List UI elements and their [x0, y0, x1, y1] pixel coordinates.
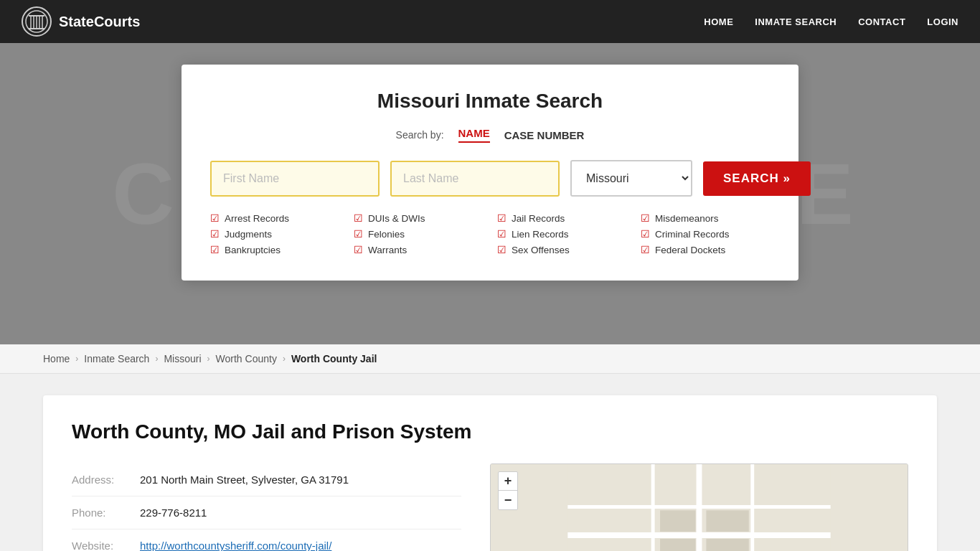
- nav-contact[interactable]: CONTACT: [858, 17, 905, 27]
- site-header: StateCourts HOME INMATE SEARCH CONTACT L…: [0, 0, 980, 43]
- svg-rect-17: [706, 510, 748, 532]
- info-grid: Address: 201 North Main Street, Sylveste…: [72, 463, 908, 551]
- check-label: Felonies: [368, 229, 405, 240]
- state-select[interactable]: Missouri Alabama Alaska Arizona Arkansas…: [570, 160, 692, 197]
- checkmark-icon: ☑: [354, 212, 363, 224]
- check-label: Bankruptcies: [225, 245, 281, 255]
- check-label: DUIs & DWIs: [368, 213, 425, 224]
- search-button[interactable]: SEARCH »: [703, 161, 811, 196]
- website-label: Website:: [72, 540, 129, 551]
- search-card-title: Missouri Inmate Search: [210, 90, 770, 113]
- check-item: ☑Lien Records: [497, 228, 626, 240]
- nav-login[interactable]: LOGIN: [927, 17, 958, 27]
- map-zoom-controls: + −: [498, 471, 518, 510]
- checkmark-icon: ☑: [641, 228, 650, 240]
- check-item: ☑Arrest Records: [210, 212, 339, 224]
- phone-label: Phone:: [72, 507, 129, 519]
- search-by-row: Search by: NAME CASE NUMBER: [210, 127, 770, 143]
- last-name-input[interactable]: [390, 161, 560, 197]
- logo-text: StateCourts: [59, 14, 140, 30]
- info-left: Address: 201 North Main Street, Sylveste…: [72, 463, 490, 551]
- svg-rect-18: [660, 539, 696, 551]
- checkmark-icon: ☑: [210, 244, 220, 255]
- breadcrumb: Home›Inmate Search›Missouri›Worth County…: [0, 344, 980, 374]
- main-nav: HOME INMATE SEARCH CONTACT LOGIN: [704, 17, 958, 27]
- breadcrumb-item-1[interactable]: Inmate Search: [84, 353, 149, 364]
- checkmark-icon: ☑: [497, 212, 507, 224]
- checkmark-icon: ☑: [641, 212, 650, 224]
- search-by-label: Search by:: [396, 129, 444, 141]
- breadcrumb-separator: ›: [155, 354, 158, 364]
- svg-rect-16: [660, 510, 696, 532]
- map-area: + − Sylvester: [490, 463, 908, 551]
- check-label: Sex Offenses: [512, 245, 570, 255]
- check-label: Misdemeanors: [655, 213, 719, 224]
- map-placeholder: + − Sylvester: [491, 464, 908, 551]
- check-item: ☑Federal Dockets: [641, 244, 770, 255]
- site-logo[interactable]: StateCourts: [22, 6, 140, 37]
- breadcrumb-item-3[interactable]: Worth County: [216, 353, 277, 364]
- map-zoom-in[interactable]: +: [499, 472, 517, 491]
- checkmark-icon: ☑: [354, 228, 363, 240]
- breadcrumb-separator: ›: [207, 354, 210, 364]
- phone-value: 229-776-8211: [140, 507, 207, 519]
- tab-name[interactable]: NAME: [458, 127, 490, 143]
- breadcrumb-current: Worth County Jail: [291, 353, 377, 364]
- jail-title: Worth County, MO Jail and Prison System: [72, 420, 908, 443]
- check-item: ☑Felonies: [354, 228, 483, 240]
- hero-section: COURTHOUSE Missouri Inmate Search Search…: [0, 43, 980, 344]
- check-item: ☑DUIs & DWIs: [354, 212, 483, 224]
- checkmark-icon: ☑: [210, 212, 220, 224]
- check-label: Criminal Records: [655, 229, 730, 240]
- website-link[interactable]: http://worthcountysheriff.com/county-jai…: [140, 540, 331, 551]
- address-label: Address:: [72, 474, 129, 486]
- check-label: Arrest Records: [225, 213, 289, 224]
- breadcrumb-item-0[interactable]: Home: [43, 353, 70, 364]
- address-row: Address: 201 North Main Street, Sylveste…: [72, 463, 461, 496]
- check-label: Federal Dockets: [655, 245, 725, 255]
- checkmark-icon: ☑: [497, 228, 507, 240]
- address-value: 201 North Main Street, Sylvester, GA 317…: [140, 474, 349, 486]
- check-label: Lien Records: [512, 229, 569, 240]
- check-item: ☑Jail Records: [497, 212, 626, 224]
- content-card: Worth County, MO Jail and Prison System …: [43, 395, 937, 551]
- map-svg: [491, 464, 908, 551]
- check-item: ☑Criminal Records: [641, 228, 770, 240]
- checkmark-icon: ☑: [641, 244, 650, 255]
- search-inputs-row: Missouri Alabama Alaska Arizona Arkansas…: [210, 160, 770, 197]
- breadcrumb-item-2[interactable]: Missouri: [164, 353, 201, 364]
- phone-row: Phone: 229-776-8211: [72, 496, 461, 529]
- check-item: ☑Misdemeanors: [641, 212, 770, 224]
- breadcrumb-separator: ›: [283, 354, 286, 364]
- map-zoom-out[interactable]: −: [499, 491, 517, 509]
- logo-icon: [22, 6, 52, 37]
- breadcrumb-separator: ›: [75, 354, 78, 364]
- website-row: Website: http://worthcountysheriff.com/c…: [72, 529, 461, 551]
- check-label: Judgments: [225, 229, 272, 240]
- nav-inmate-search[interactable]: INMATE SEARCH: [755, 17, 837, 27]
- svg-rect-19: [706, 539, 748, 551]
- check-label: Jail Records: [512, 213, 565, 224]
- checkmark-icon: ☑: [497, 244, 507, 255]
- check-item: ☑Warrants: [354, 244, 483, 255]
- checks-grid: ☑Arrest Records☑DUIs & DWIs☑Jail Records…: [210, 212, 770, 255]
- checkmark-icon: ☑: [354, 244, 363, 255]
- check-item: ☑Bankruptcies: [210, 244, 339, 255]
- check-item: ☑Judgments: [210, 228, 339, 240]
- first-name-input[interactable]: [210, 161, 380, 197]
- search-card: Missouri Inmate Search Search by: NAME C…: [182, 65, 798, 281]
- checkmark-icon: ☑: [210, 228, 220, 240]
- check-item: ☑Sex Offenses: [497, 244, 626, 255]
- nav-home[interactable]: HOME: [704, 17, 733, 27]
- main-content: Worth County, MO Jail and Prison System …: [0, 374, 980, 551]
- check-label: Warrants: [368, 245, 407, 255]
- tab-case-number[interactable]: CASE NUMBER: [504, 129, 585, 141]
